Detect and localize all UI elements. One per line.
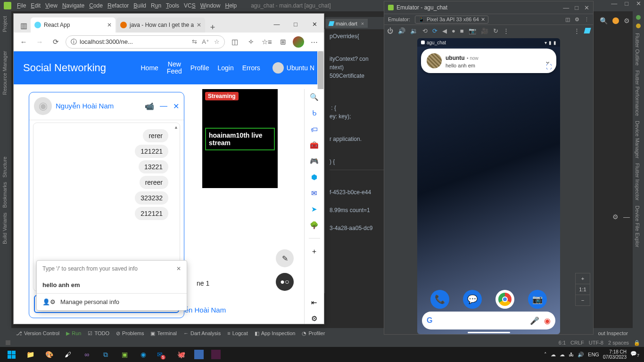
tray-expand-icon[interactable]: ˄: [544, 352, 547, 358]
editor-tab-main-dart[interactable]: main.dart ×: [325, 19, 368, 28]
menu-vcs[interactable]: VCS: [184, 2, 196, 9]
camera-app-icon[interactable]: 📷: [528, 290, 547, 309]
reader-icon[interactable]: A⁺: [202, 38, 209, 45]
nav-login[interactable]: Login: [217, 64, 233, 72]
tool-bookmarks[interactable]: Bookmarks: [2, 182, 8, 208]
notifications-icon[interactable]: 💬7: [630, 351, 639, 358]
menu-navigate[interactable]: Navigate: [62, 2, 84, 9]
menu-run[interactable]: Run: [151, 2, 161, 9]
menu-edit[interactable]: Edit: [31, 2, 41, 9]
github-icon[interactable]: 🐙: [175, 349, 187, 360]
stop-icon[interactable]: ■: [460, 27, 464, 34]
tray-onedrive-icon[interactable]: ☁: [560, 352, 565, 358]
emu-menu-icon[interactable]: ⋮: [574, 27, 580, 34]
phone-app-icon[interactable]: 📞: [430, 290, 449, 309]
emu-maximize-icon[interactable]: □: [575, 4, 578, 11]
extensions-icon[interactable]: ✧: [245, 36, 257, 48]
minimize-chat-icon[interactable]: —: [160, 102, 167, 111]
sync-icon[interactable]: ⇆: [192, 38, 197, 45]
menu-code[interactable]: Code: [89, 2, 103, 9]
ide-minimize-icon[interactable]: —: [611, 0, 617, 7]
vol-up-icon[interactable]: 🔊: [398, 27, 405, 34]
tool-flutter-inspector[interactable]: Flutter Inspector: [635, 163, 640, 200]
palette-icon[interactable]: 🖌: [62, 349, 74, 360]
status-line-ending[interactable]: CRLF: [570, 340, 584, 346]
tool-structure[interactable]: Structure: [2, 156, 8, 178]
close-chat-icon[interactable]: ✕: [173, 102, 179, 111]
toggle-fab[interactable]: ●○: [276, 273, 294, 291]
vol-down-icon[interactable]: 🔉: [410, 27, 418, 34]
autofill-suggestion[interactable]: hello anh em: [37, 277, 187, 293]
tool-project[interactable]: Project: [2, 16, 8, 32]
power-icon[interactable]: ⏻: [387, 27, 393, 34]
collections-icon[interactable]: ⊞: [277, 36, 289, 48]
video-call-icon[interactable]: 📹: [145, 102, 154, 111]
emu-minimize-icon[interactable]: —: [563, 4, 569, 11]
ide-close-icon[interactable]: ✕: [636, 0, 641, 7]
nav-home[interactable]: Home: [140, 64, 158, 72]
new-tab-button[interactable]: +: [206, 23, 219, 33]
nav-user[interactable]: Ubuntu N: [272, 62, 314, 74]
user-link[interactable]: ễn Hoài Nam: [184, 306, 226, 314]
tray-network-icon[interactable]: 🖧: [569, 352, 574, 357]
menu-build[interactable]: Build: [133, 2, 146, 9]
paint-icon[interactable]: 🎨: [43, 349, 55, 360]
tool-version-control[interactable]: ⎇ Version Control: [16, 330, 59, 337]
reload-icon[interactable]: ↻: [493, 27, 498, 34]
start-button[interactable]: [6, 349, 17, 360]
menu-tools[interactable]: Tools: [166, 2, 179, 9]
tab-close-icon[interactable]: ×: [361, 21, 364, 26]
emu-close-icon[interactable]: ✕: [584, 4, 589, 11]
address-bar[interactable]: ⓘ localhost:3000/ne... ⇆ A⁺ ☆: [66, 35, 225, 49]
stream-card[interactable]: Streaming hoainam10th live stream: [202, 89, 278, 188]
zoom-fit-button[interactable]: 1:1: [576, 284, 590, 295]
zoom-out-button[interactable]: −: [576, 295, 590, 305]
chrome-app-icon[interactable]: [495, 290, 514, 309]
expand-icon[interactable]: ⛶: [546, 64, 552, 70]
messages-app-icon[interactable]: 💬: [463, 290, 482, 309]
terminal-icon[interactable]: [211, 350, 221, 359]
flutter-icon[interactable]: [584, 28, 591, 33]
zoom-in-button[interactable]: +: [576, 273, 590, 284]
status-indent[interactable]: 2 spaces: [608, 340, 629, 346]
compose-fab[interactable]: ✎: [276, 249, 294, 267]
tool-layout-inspector[interactable]: out Inspector: [598, 330, 628, 336]
tray-cloud-icon[interactable]: ☁: [551, 352, 556, 358]
app-icon[interactable]: [194, 350, 204, 359]
tool-profiler[interactable]: ◔ Profiler: [302, 330, 325, 337]
menu-file[interactable]: File: [17, 2, 26, 9]
favorite-icon[interactable]: ☆: [214, 38, 220, 45]
emu-settings-icon[interactable]: ⚙: [575, 16, 579, 23]
visual-studio-icon[interactable]: ∞: [81, 349, 92, 360]
nav-profile[interactable]: Profile: [190, 64, 209, 72]
emu-more-icon[interactable]: ⋮: [584, 16, 589, 23]
search-icon[interactable]: 🔍: [600, 17, 608, 25]
status-lock-icon[interactable]: 🔒: [634, 340, 640, 346]
site-info-icon[interactable]: ⓘ: [71, 38, 77, 46]
nav-newfeed[interactable]: New Feed: [167, 61, 182, 75]
tool-flutter-performance[interactable]: Flutter Performance: [635, 70, 640, 116]
tool-todo[interactable]: ☑ TODO: [88, 330, 109, 337]
explorer-icon[interactable]: 📁: [25, 349, 36, 360]
tab-close-icon[interactable]: ✕: [197, 22, 201, 28]
status-encoding[interactable]: UTF-8: [589, 340, 603, 346]
tab-close-icon[interactable]: ✕: [107, 22, 112, 28]
code-editor[interactable]: pOverrides{ ityContext? con ntext) 509Ce…: [324, 29, 386, 293]
screenshot-icon[interactable]: 📷: [469, 27, 476, 34]
minimize-panel-icon[interactable]: —: [623, 213, 630, 221]
autofill-manage[interactable]: 👤⚙ Manage personal info: [37, 294, 187, 310]
more-icon[interactable]: ⋯: [308, 36, 320, 48]
emu-more-icon[interactable]: ⋮: [503, 27, 509, 34]
record-dot-icon[interactable]: ●: [452, 27, 455, 34]
gear-icon[interactable]: ⚙: [612, 213, 619, 221]
tool-terminal[interactable]: ▣ Terminal: [150, 330, 177, 337]
autofill-close-icon[interactable]: ✕: [176, 265, 181, 272]
emu-dock-icon[interactable]: ◫: [565, 16, 570, 23]
nav-handle[interactable]: [468, 332, 510, 333]
google-search-bar[interactable]: G 🎤 ◉: [422, 312, 555, 329]
mail-icon[interactable]: ✉5: [157, 349, 168, 360]
tray-clock[interactable]: 7:18 CH 07/03/2023: [603, 349, 627, 360]
tray-volume-icon[interactable]: 🔊: [578, 352, 584, 358]
tool-build-variants[interactable]: Build Variants: [2, 213, 8, 244]
reload-icon[interactable]: ⟳: [50, 36, 62, 48]
